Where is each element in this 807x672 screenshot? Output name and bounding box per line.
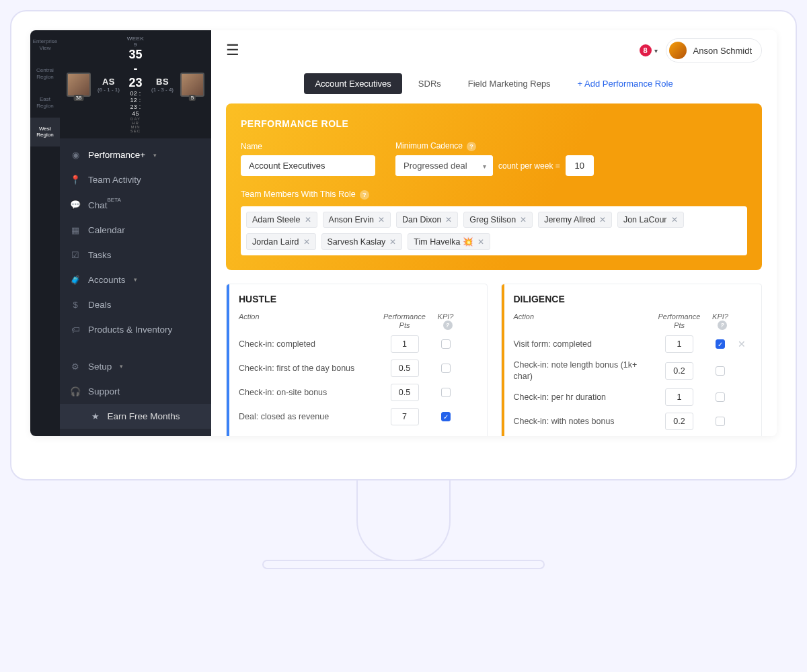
countdown: 02 : 12 : 23 : 45	[126, 90, 145, 117]
help-icon[interactable]: ?	[718, 321, 727, 330]
remove-icon[interactable]: ✕	[599, 215, 606, 224]
pts-input[interactable]	[665, 413, 693, 430]
pin-icon: 📍	[71, 175, 80, 185]
sidebar-rail: Enterprise View Central Region East Regi…	[30, 30, 60, 436]
member-name: Jeremy Allred	[544, 215, 595, 224]
help-icon[interactable]: ?	[360, 190, 369, 200]
hustle-panel: HUSTLE Action Performance Pts KPI?? Chec…	[226, 284, 488, 436]
hamburger-icon[interactable]: ☰	[226, 42, 239, 59]
metric-action: Check-in: first of the day bonus	[239, 363, 378, 374]
kpi-checkbox[interactable]	[441, 388, 451, 397]
metric-row: Check-in: on-site bonus	[239, 384, 475, 401]
nav-accounts-label: Accounts	[88, 275, 126, 285]
member-tag[interactable]: Sarvesh Kaslay✕	[321, 233, 403, 250]
help-icon[interactable]: ?	[467, 142, 476, 151]
kpi-checkbox[interactable]: ✓	[716, 339, 725, 349]
pts-input[interactable]	[665, 388, 693, 406]
diligence-panel: DILIGENCE Action Performance Pts KPI?? V…	[501, 284, 763, 436]
member-tag[interactable]: Anson Ervin✕	[323, 212, 391, 228]
tab-account-executives[interactable]: Account Executives	[304, 73, 401, 94]
cadence-label: Minimum Cadence	[395, 141, 463, 151]
remove-icon[interactable]: ✕	[305, 215, 311, 224]
nav-support[interactable]: 🎧 Support	[60, 379, 211, 404]
rail-west-region[interactable]: West Region	[30, 118, 60, 146]
nav-deals[interactable]: $ Deals	[60, 292, 211, 317]
col-kpi: KPI?	[438, 312, 454, 321]
pts-input[interactable]	[391, 384, 419, 401]
remove-icon[interactable]: ✕	[445, 215, 452, 224]
member-name: Adam Steele	[252, 215, 301, 224]
cadence-count-input[interactable]	[566, 155, 594, 176]
nav-performance[interactable]: ◉ Performance+ ▾	[60, 142, 211, 167]
member-tag[interactable]: Dan Dixon✕	[396, 212, 458, 228]
chevron-down-icon: ▾	[134, 276, 137, 283]
cadence-text: count per week =	[498, 161, 560, 171]
team-right-record: (1 - 3 - 4)	[151, 87, 174, 93]
rail-enterprise-view[interactable]: Enterprise View	[30, 30, 60, 59]
metric-action: Check-in: per hr duration	[514, 392, 653, 403]
nav-products[interactable]: 🏷 Products & Inventory	[60, 317, 211, 342]
metric-row: Check-in: first of the day bonus	[239, 360, 475, 377]
kpi-checkbox[interactable]	[441, 339, 451, 349]
notification-button[interactable]: 8 ▾	[640, 44, 658, 56]
app-window: Enterprise View Central Region East Regi…	[30, 30, 777, 436]
monitor-base	[262, 560, 545, 569]
nav-deals-label: Deals	[88, 300, 112, 310]
nav-support-label: Support	[88, 386, 120, 396]
headset-icon: 🎧	[71, 386, 80, 396]
remove-icon[interactable]: ✕	[671, 215, 678, 224]
tab-field-marketing-reps[interactable]: Field Marketing Reps	[457, 73, 562, 94]
rail-east-region[interactable]: East Region	[30, 88, 60, 117]
member-tag[interactable]: Jeremy Allred✕	[538, 212, 612, 228]
kpi-checkbox[interactable]	[716, 366, 725, 376]
kpi-checkbox[interactable]	[716, 392, 725, 402]
topbar: ☰ 8 ▾ Anson Schmidt	[211, 30, 777, 71]
card-title: PERFORMANCE ROLE	[241, 118, 747, 129]
member-tag[interactable]: Jordan Laird✕	[246, 233, 316, 250]
nav-calendar[interactable]: ▦ Calendar	[60, 218, 211, 243]
help-icon[interactable]: ?	[443, 321, 453, 330]
team-right-badge: 5	[189, 95, 196, 101]
chevron-down-icon: ▾	[153, 152, 157, 159]
remove-icon[interactable]: ✕	[477, 237, 484, 247]
nav-earn-free-months[interactable]: ★ Earn Free Months	[60, 404, 211, 429]
pts-input[interactable]	[665, 362, 693, 380]
member-name: Anson Ervin	[329, 215, 374, 224]
nav-chat[interactable]: 💬 ChatBETA	[60, 192, 211, 218]
score-value: 35 - 23	[126, 48, 145, 90]
nav-setup[interactable]: ⚙ Setup ▾	[60, 354, 211, 379]
cadence-select[interactable]: Progressed deal	[395, 155, 493, 176]
pts-input[interactable]	[391, 335, 419, 353]
remove-icon[interactable]: ✕	[389, 237, 396, 247]
kpi-checkbox[interactable]	[716, 417, 725, 426]
rail-central-region[interactable]: Central Region	[30, 59, 60, 88]
team-right: BS (1 - 3 - 4)	[151, 77, 174, 93]
metric-row: Deal: closed as revenue✓	[239, 408, 475, 425]
member-tag[interactable]: Adam Steele✕	[246, 212, 317, 228]
nav-team-activity[interactable]: 📍 Team Activity	[60, 167, 211, 192]
monitor-stand	[356, 480, 451, 561]
kpi-checkbox[interactable]	[441, 364, 451, 373]
member-tags[interactable]: Adam Steele✕Anson Ervin✕Dan Dixon✕Greg S…	[241, 206, 747, 255]
member-name: Greg Stilson	[469, 215, 516, 224]
member-tag[interactable]: Greg Stilson✕	[463, 212, 533, 228]
add-performance-role-button[interactable]: + Add Performance Role	[567, 73, 684, 94]
kpi-checkbox[interactable]: ✓	[441, 412, 451, 421]
tab-sdrs[interactable]: SDRs	[408, 73, 452, 94]
pts-input[interactable]	[391, 360, 419, 377]
remove-icon[interactable]: ✕	[378, 215, 385, 224]
nav-accounts[interactable]: 🧳 Accounts ▾	[60, 267, 211, 292]
dollar-icon: $	[71, 300, 80, 309]
user-menu[interactable]: Anson Schmidt	[666, 38, 762, 62]
remove-icon[interactable]: ✕	[520, 215, 527, 224]
pts-input[interactable]	[665, 335, 693, 353]
delete-icon[interactable]: ✕	[738, 339, 746, 349]
member-name: Jon LaCour	[623, 215, 667, 224]
role-name-input[interactable]	[241, 155, 375, 176]
nav-tasks[interactable]: ☑ Tasks	[60, 243, 211, 267]
remove-icon[interactable]: ✕	[303, 237, 310, 247]
name-label: Name	[241, 142, 375, 151]
pts-input[interactable]	[391, 408, 419, 425]
member-tag[interactable]: Jon LaCour✕	[617, 212, 684, 228]
member-tag[interactable]: Tim Havelka 💥✕	[408, 233, 490, 250]
